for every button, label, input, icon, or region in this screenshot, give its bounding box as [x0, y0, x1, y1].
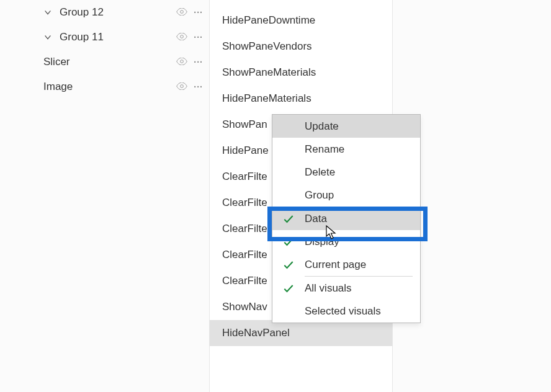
selection-item-actions: ···: [176, 56, 203, 68]
menu-item-label: Group: [305, 189, 334, 202]
visibility-eye-icon[interactable]: [176, 56, 187, 68]
menu-item-selected-visuals[interactable]: Selected visuals: [272, 300, 420, 323]
menu-item-label: Rename: [305, 143, 344, 156]
checkmark-icon: [281, 281, 296, 296]
bookmark-item[interactable]: HidePaneMaterials: [210, 86, 392, 112]
selection-item[interactable]: Image···: [30, 74, 209, 99]
menu-item-current-page[interactable]: Current page: [272, 253, 420, 276]
more-options-icon[interactable]: ···: [194, 7, 203, 17]
menu-item-label: Data: [305, 213, 327, 225]
menu-item-data[interactable]: Data: [272, 207, 420, 230]
selection-item-label: Slicer: [43, 56, 176, 68]
selection-item[interactable]: Group 11···: [30, 25, 209, 50]
selection-item[interactable]: Group 12···: [30, 0, 209, 25]
menu-item-label: All visuals: [305, 282, 352, 295]
menu-item-label: Selected visuals: [305, 305, 381, 318]
selection-item[interactable]: Slicer···: [30, 50, 209, 74]
more-options-icon[interactable]: ···: [194, 82, 203, 92]
menu-item-group[interactable]: Group: [272, 184, 420, 207]
checkmark-icon: [281, 212, 296, 226]
bookmark-item[interactable]: HideNavPanel: [210, 320, 392, 346]
svg-point-3: [181, 85, 184, 88]
visibility-eye-icon[interactable]: [176, 6, 187, 19]
selection-item-label: Group 12: [60, 6, 176, 19]
menu-item-delete[interactable]: Delete: [272, 161, 420, 184]
visibility-eye-icon[interactable]: [176, 81, 187, 93]
context-menu: UpdateRenameDeleteGroupDataDisplayCurren…: [272, 114, 421, 323]
menu-item-update[interactable]: Update: [272, 115, 420, 138]
selection-item-actions: ···: [176, 31, 203, 43]
svg-point-0: [181, 11, 184, 14]
checkmark-icon: [281, 257, 296, 272]
menu-item-label: Current page: [305, 259, 366, 271]
chevron-down-icon[interactable]: [42, 32, 53, 43]
selection-item-label: Image: [43, 81, 176, 93]
chevron-down-icon[interactable]: [42, 7, 53, 18]
bookmark-item[interactable]: ShowPaneVendors: [210, 33, 392, 60]
bookmark-item[interactable]: HidePaneDowntime: [210, 7, 392, 33]
svg-point-2: [181, 60, 184, 63]
menu-item-label: Display: [305, 236, 339, 248]
more-options-icon[interactable]: ···: [194, 32, 203, 42]
menu-item-label: Delete: [305, 166, 335, 179]
menu-item-display[interactable]: Display: [272, 230, 420, 253]
visibility-eye-icon[interactable]: [176, 31, 187, 43]
selection-item-actions: ···: [176, 6, 203, 19]
selection-item-label: Group 11: [60, 31, 176, 43]
menu-item-label: Update: [305, 120, 339, 133]
checkmark-icon: [281, 234, 296, 249]
svg-point-1: [181, 35, 184, 38]
more-options-icon[interactable]: ···: [194, 57, 203, 67]
menu-item-all-visuals[interactable]: All visuals: [272, 277, 420, 300]
selection-item-actions: ···: [176, 81, 203, 93]
menu-item-rename[interactable]: Rename: [272, 138, 420, 161]
selection-pane: Group 12···Group 11···Slicer···Image···: [30, 0, 210, 392]
bookmark-item[interactable]: ShowPaneMaterials: [210, 60, 392, 86]
